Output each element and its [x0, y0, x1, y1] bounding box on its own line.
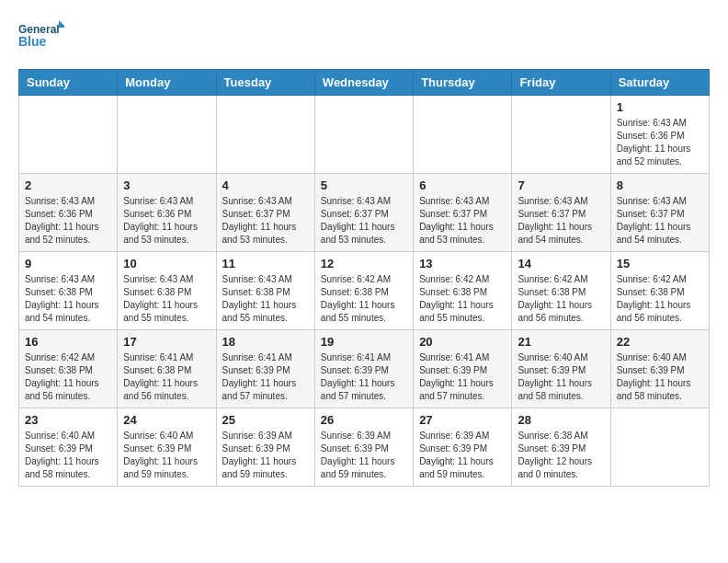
day-info: Sunrise: 6:43 AM Sunset: 6:36 PM Dayligh…: [123, 195, 210, 247]
day-info: Sunrise: 6:42 AM Sunset: 6:38 PM Dayligh…: [419, 273, 506, 325]
day-number: 11: [222, 257, 309, 270]
calendar-cell: 18Sunrise: 6:41 AM Sunset: 6:39 PM Dayli…: [216, 330, 314, 408]
day-info: Sunrise: 6:43 AM Sunset: 6:37 PM Dayligh…: [518, 195, 604, 247]
calendar-week-row: 23Sunrise: 6:40 AM Sunset: 6:39 PM Dayli…: [19, 408, 710, 487]
calendar-cell: 23Sunrise: 6:40 AM Sunset: 6:39 PM Dayli…: [19, 408, 118, 487]
day-info: Sunrise: 6:43 AM Sunset: 6:38 PM Dayligh…: [25, 273, 111, 325]
calendar-cell: 19Sunrise: 6:41 AM Sunset: 6:39 PM Dayli…: [314, 330, 413, 408]
day-number: 6: [419, 178, 506, 192]
day-info: Sunrise: 6:42 AM Sunset: 6:38 PM Dayligh…: [617, 273, 703, 325]
day-info: Sunrise: 6:41 AM Sunset: 6:39 PM Dayligh…: [321, 351, 407, 403]
day-number: 12: [321, 257, 407, 270]
day-info: Sunrise: 6:43 AM Sunset: 6:37 PM Dayligh…: [222, 195, 309, 247]
day-info: Sunrise: 6:43 AM Sunset: 6:37 PM Dayligh…: [419, 195, 506, 247]
day-info: Sunrise: 6:40 AM Sunset: 6:39 PM Dayligh…: [25, 430, 111, 481]
calendar-week-row: 2Sunrise: 6:43 AM Sunset: 6:36 PM Daylig…: [19, 174, 710, 252]
calendar-cell: 20Sunrise: 6:41 AM Sunset: 6:39 PM Dayli…: [414, 330, 512, 408]
calendar-cell: [19, 96, 118, 174]
day-number: 25: [222, 413, 309, 427]
day-number: 15: [617, 257, 703, 270]
calendar-cell: 22Sunrise: 6:40 AM Sunset: 6:39 PM Dayli…: [610, 330, 709, 408]
day-number: 2: [25, 178, 111, 192]
weekday-header: Tuesday: [216, 70, 314, 96]
day-number: 18: [222, 335, 309, 349]
day-info: Sunrise: 6:38 AM Sunset: 6:39 PM Dayligh…: [518, 430, 604, 481]
calendar-cell: 2Sunrise: 6:43 AM Sunset: 6:36 PM Daylig…: [19, 174, 118, 252]
calendar-cell: 1Sunrise: 6:43 AM Sunset: 6:36 PM Daylig…: [610, 96, 709, 174]
calendar-cell: [610, 408, 709, 487]
day-info: Sunrise: 6:43 AM Sunset: 6:38 PM Dayligh…: [222, 273, 309, 325]
calendar-cell: [414, 96, 512, 174]
calendar-week-row: 16Sunrise: 6:42 AM Sunset: 6:38 PM Dayli…: [19, 330, 710, 408]
logo-svg: General Blue: [18, 18, 64, 60]
day-number: 20: [419, 335, 506, 349]
day-number: 7: [518, 178, 604, 192]
calendar-cell: 5Sunrise: 6:43 AM Sunset: 6:37 PM Daylig…: [314, 174, 413, 252]
calendar-cell: 14Sunrise: 6:42 AM Sunset: 6:38 PM Dayli…: [512, 252, 610, 330]
calendar-cell: 27Sunrise: 6:39 AM Sunset: 6:39 PM Dayli…: [414, 408, 512, 487]
calendar-cell: 13Sunrise: 6:42 AM Sunset: 6:38 PM Dayli…: [414, 252, 512, 330]
day-number: 10: [123, 257, 210, 270]
day-info: Sunrise: 6:39 AM Sunset: 6:39 PM Dayligh…: [419, 430, 506, 481]
day-number: 22: [617, 335, 703, 349]
day-info: Sunrise: 6:43 AM Sunset: 6:36 PM Dayligh…: [25, 195, 111, 247]
logo: General Blue: [18, 18, 64, 60]
day-number: 17: [123, 335, 210, 349]
day-number: 21: [518, 335, 604, 349]
calendar-cell: 10Sunrise: 6:43 AM Sunset: 6:38 PM Dayli…: [118, 252, 216, 330]
calendar-cell: 15Sunrise: 6:42 AM Sunset: 6:38 PM Dayli…: [610, 252, 709, 330]
calendar-table: SundayMondayTuesdayWednesdayThursdayFrid…: [18, 69, 710, 487]
calendar-cell: 7Sunrise: 6:43 AM Sunset: 6:37 PM Daylig…: [512, 174, 610, 252]
day-info: Sunrise: 6:42 AM Sunset: 6:38 PM Dayligh…: [518, 273, 604, 325]
day-number: 24: [123, 413, 210, 427]
calendar-cell: 28Sunrise: 6:38 AM Sunset: 6:39 PM Dayli…: [512, 408, 610, 487]
calendar-cell: [216, 96, 314, 174]
weekday-header: Thursday: [414, 70, 512, 96]
svg-text:Blue: Blue: [18, 34, 47, 49]
calendar-week-row: 1Sunrise: 6:43 AM Sunset: 6:36 PM Daylig…: [19, 96, 710, 174]
day-info: Sunrise: 6:43 AM Sunset: 6:37 PM Dayligh…: [617, 195, 703, 247]
day-number: 27: [419, 413, 506, 427]
day-number: 4: [222, 178, 309, 192]
calendar-cell: [118, 96, 216, 174]
day-number: 1: [617, 100, 703, 114]
day-number: 26: [321, 413, 407, 427]
day-number: 14: [518, 257, 604, 270]
day-info: Sunrise: 6:41 AM Sunset: 6:39 PM Dayligh…: [419, 351, 506, 403]
calendar-cell: 24Sunrise: 6:40 AM Sunset: 6:39 PM Dayli…: [118, 408, 216, 487]
day-info: Sunrise: 6:39 AM Sunset: 6:39 PM Dayligh…: [222, 430, 309, 481]
calendar-cell: 17Sunrise: 6:41 AM Sunset: 6:38 PM Dayli…: [118, 330, 216, 408]
calendar-cell: 3Sunrise: 6:43 AM Sunset: 6:36 PM Daylig…: [118, 174, 216, 252]
day-info: Sunrise: 6:42 AM Sunset: 6:38 PM Dayligh…: [25, 351, 111, 403]
calendar-cell: 21Sunrise: 6:40 AM Sunset: 6:39 PM Dayli…: [512, 330, 610, 408]
day-number: 3: [123, 178, 210, 192]
calendar-cell: 11Sunrise: 6:43 AM Sunset: 6:38 PM Dayli…: [216, 252, 314, 330]
calendar-cell: 12Sunrise: 6:42 AM Sunset: 6:38 PM Dayli…: [314, 252, 413, 330]
svg-marker-2: [59, 20, 64, 28]
day-number: 8: [617, 178, 703, 192]
day-info: Sunrise: 6:43 AM Sunset: 6:36 PM Dayligh…: [617, 117, 703, 168]
day-number: 28: [518, 413, 604, 427]
day-info: Sunrise: 6:43 AM Sunset: 6:38 PM Dayligh…: [123, 273, 210, 325]
day-info: Sunrise: 6:40 AM Sunset: 6:39 PM Dayligh…: [518, 351, 604, 403]
day-info: Sunrise: 6:43 AM Sunset: 6:37 PM Dayligh…: [321, 195, 407, 247]
weekday-header: Saturday: [610, 70, 709, 96]
calendar-cell: 8Sunrise: 6:43 AM Sunset: 6:37 PM Daylig…: [610, 174, 709, 252]
day-info: Sunrise: 6:40 AM Sunset: 6:39 PM Dayligh…: [617, 351, 703, 403]
calendar-cell: 16Sunrise: 6:42 AM Sunset: 6:38 PM Dayli…: [19, 330, 118, 408]
day-info: Sunrise: 6:40 AM Sunset: 6:39 PM Dayligh…: [123, 430, 210, 481]
day-number: 9: [25, 257, 111, 270]
weekday-header: Wednesday: [314, 70, 413, 96]
calendar-cell: [512, 96, 610, 174]
calendar-cell: 26Sunrise: 6:39 AM Sunset: 6:39 PM Dayli…: [314, 408, 413, 487]
calendar-week-row: 9Sunrise: 6:43 AM Sunset: 6:38 PM Daylig…: [19, 252, 710, 330]
day-info: Sunrise: 6:39 AM Sunset: 6:39 PM Dayligh…: [321, 430, 407, 481]
day-info: Sunrise: 6:41 AM Sunset: 6:38 PM Dayligh…: [123, 351, 210, 403]
calendar-cell: 9Sunrise: 6:43 AM Sunset: 6:38 PM Daylig…: [19, 252, 118, 330]
calendar-cell: [314, 96, 413, 174]
day-info: Sunrise: 6:42 AM Sunset: 6:38 PM Dayligh…: [321, 273, 407, 325]
calendar-cell: 6Sunrise: 6:43 AM Sunset: 6:37 PM Daylig…: [414, 174, 512, 252]
page-header: General Blue: [18, 18, 710, 60]
weekday-header: Monday: [118, 70, 216, 96]
calendar-cell: 4Sunrise: 6:43 AM Sunset: 6:37 PM Daylig…: [216, 174, 314, 252]
